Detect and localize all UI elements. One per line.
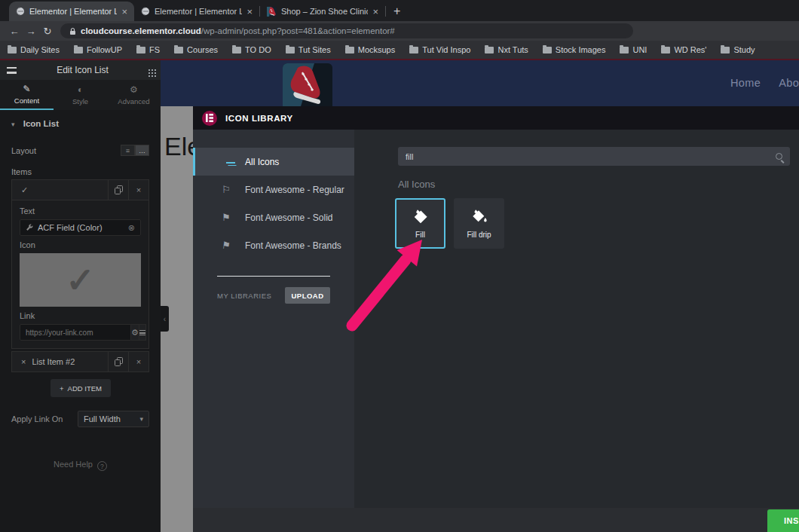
reload-icon[interactable]: ↻ — [39, 26, 56, 37]
layout-control: Layout ≡ … — [11, 145, 149, 156]
clear-dynamic-tag-icon[interactable]: ⊗ — [128, 223, 135, 233]
folder-icon — [409, 47, 418, 54]
select-value: Full Width — [84, 414, 139, 423]
library-fa-brands[interactable]: ⚑ Font Awesome - Brands — [193, 231, 354, 259]
site-logo[interactable] — [283, 63, 332, 106]
widgets-grid-icon[interactable] — [148, 69, 150, 71]
apply-link-on-select[interactable]: Full Width ▾ — [78, 411, 149, 427]
copy-icon — [115, 185, 123, 194]
flag-waving-icon: ⚑ — [220, 240, 232, 251]
bookmark-label: Nxt Tuts — [497, 45, 528, 54]
nav-about[interactable]: About — [779, 77, 799, 89]
new-tab-button[interactable]: + — [393, 5, 400, 18]
forward-icon[interactable]: → — [23, 26, 39, 37]
bookmark-label: Tut Vid Inspo — [422, 45, 470, 54]
dynamic-tags-icon — [139, 330, 145, 335]
tab-close-icon[interactable]: × — [372, 7, 378, 17]
list-item-2: × List Item #2 × — [11, 351, 149, 372]
dynamic-tags-button[interactable] — [139, 324, 146, 341]
browser-tab-bar: Elementor | Elementor Loop Ite × Element… — [0, 0, 799, 21]
library-label: Font Awesome - Solid — [245, 212, 333, 223]
bookmark-tut-sites[interactable]: Tut Sites — [286, 45, 331, 54]
apply-link-on-control: Apply Link On Full Width ▾ — [11, 411, 149, 427]
add-item-button[interactable]: + ADD ITEM — [51, 379, 111, 397]
address-bar[interactable]: cloudcourse.elementor.cloud/wp-admin/pos… — [60, 23, 633, 38]
tab-label: Advanced — [118, 97, 149, 105]
remove-item-button[interactable]: × — [128, 352, 148, 371]
bookmark-label: Tut Sites — [298, 45, 331, 54]
tab-content[interactable]: ✎ Content — [0, 80, 54, 110]
library-fa-solid[interactable]: ⚑ Font Awesome - Solid — [193, 203, 354, 231]
bookmark-mocksups[interactable]: Mocksups — [345, 45, 396, 54]
library-label: Font Awesome - Regular — [245, 185, 344, 195]
fill-drip-icon — [471, 209, 488, 225]
tab-close-icon[interactable]: × — [121, 7, 127, 17]
remove-item-button[interactable]: × — [128, 180, 148, 200]
tab-title: Elementor | Elementor Loop Ite — [29, 7, 117, 16]
back-icon[interactable]: ← — [6, 26, 23, 37]
nav-home[interactable]: Home — [730, 77, 761, 89]
check-icon: ✓ — [66, 260, 95, 301]
browser-tab-2[interactable]: Elementor | Elementor Loop #3 × — [134, 2, 259, 21]
section-icon-list[interactable]: ▾ Icon List — [11, 119, 59, 128]
dynamic-tag-value: ACF Field (Color) — [38, 223, 124, 232]
library-fa-regular[interactable]: ⚐ Font Awesome - Regular — [193, 176, 354, 203]
list-item-1-header[interactable]: ✓ × — [12, 180, 148, 200]
tab-advanced[interactable]: ⚙ Advanced — [107, 80, 161, 110]
bookmark-followup[interactable]: FollowUP — [74, 45, 122, 54]
bookmark-stock-images[interactable]: Stock Images — [543, 45, 606, 54]
layout-inline-button[interactable]: … — [135, 145, 149, 156]
elementor-favicon — [141, 7, 150, 16]
bookmark-to-do[interactable]: TO DO — [232, 45, 271, 54]
section-label: Icon List — [23, 119, 59, 128]
add-item-label: ADD ITEM — [68, 384, 102, 393]
duplicate-item-button[interactable] — [108, 180, 128, 200]
icon-tile-label: Fill — [415, 231, 425, 239]
copy-icon — [115, 357, 123, 366]
hamburger-menu-icon[interactable] — [7, 67, 17, 74]
browser-tab-3[interactable]: Shop – Zion Shoe Clinic × — [260, 2, 385, 21]
url-host: cloudcourse.elementor.cloud — [81, 26, 201, 35]
layout-default-button[interactable]: ≡ — [121, 145, 135, 156]
icon-preview-box[interactable]: ✓ — [20, 253, 141, 307]
folder-icon — [721, 47, 730, 54]
need-help-link[interactable]: Need Help? — [0, 460, 161, 471]
results-heading: All Icons — [398, 179, 435, 190]
link-options-button[interactable]: ⚙ — [131, 324, 139, 341]
panel-header: Edit Icon List — [0, 60, 161, 80]
upload-button[interactable]: UPLOAD — [285, 287, 330, 304]
bookmark-uni[interactable]: UNI — [620, 45, 647, 54]
tab-close-icon[interactable]: × — [246, 7, 253, 17]
folder-icon — [543, 47, 552, 54]
bookmark-wd-res[interactable]: WD Res' — [661, 45, 706, 54]
flag-outline-icon: ⚐ — [221, 184, 231, 195]
bookmark-label: Daily Sites — [20, 45, 60, 54]
link-input[interactable] — [20, 324, 131, 341]
bookmark-courses[interactable]: Courses — [174, 45, 218, 54]
times-icon: × — [21, 357, 26, 366]
panel-collapse-handle[interactable]: ‹ — [161, 306, 169, 332]
gear-icon: ⚙ — [130, 84, 138, 95]
bookmark-study[interactable]: Study — [721, 45, 755, 54]
insert-button[interactable]: INSERT — [767, 509, 799, 532]
text-dynamic-field[interactable]: ACF Field (Color) ⊗ — [20, 219, 141, 236]
panel-title: Edit Icon List — [17, 65, 148, 75]
bookmark-fs[interactable]: FS — [136, 45, 160, 54]
bookmark-label: UNI — [632, 45, 647, 54]
duplicate-item-button[interactable] — [108, 352, 128, 371]
bookmark-daily-sites[interactable]: Daily Sites — [8, 45, 60, 54]
browser-tab-1[interactable]: Elementor | Elementor Loop Ite × — [9, 2, 134, 21]
folder-icon — [661, 47, 670, 54]
bookmark-nxt-tuts[interactable]: Nxt Tuts — [485, 45, 528, 54]
tab-style[interactable]: ◐ Style — [54, 80, 107, 110]
library-all-icons[interactable]: All Icons — [193, 148, 354, 176]
modal-sidebar: All Icons ⚐ Font Awesome - Regular ⚑ Fon… — [193, 130, 354, 508]
folder-icon — [485, 47, 494, 54]
gear-icon: ⚙ — [131, 328, 139, 338]
list-item-2-header[interactable]: × List Item #2 × — [12, 352, 148, 371]
icon-search-input[interactable] — [406, 152, 776, 161]
icon-tile-fill-drip[interactable]: Fill drip — [454, 198, 504, 249]
layout-label: Layout — [11, 146, 121, 155]
icon-tile-fill[interactable]: Fill — [395, 198, 445, 249]
bookmark-tut-vid-inspo[interactable]: Tut Vid Inspo — [409, 45, 470, 54]
